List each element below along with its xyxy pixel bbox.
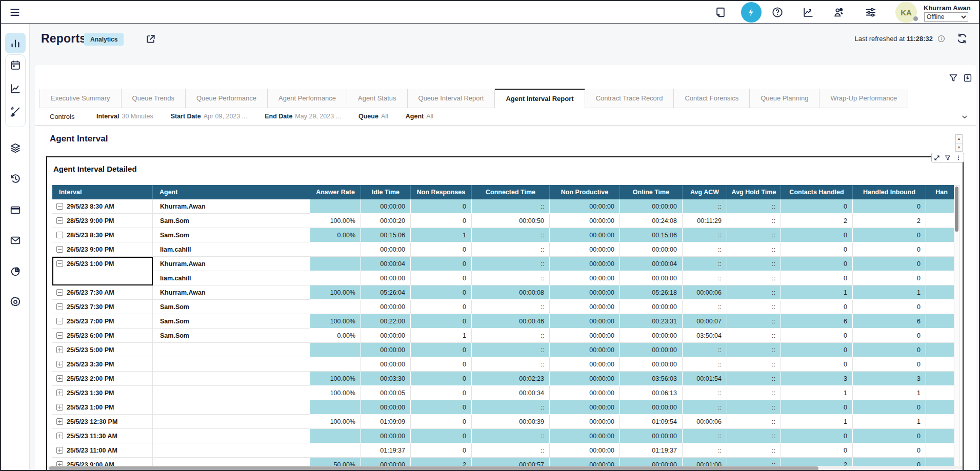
cell-connected-time[interactable]: 00:02:23 (472, 372, 550, 386)
panel-filter-icon[interactable] (945, 155, 951, 161)
cell-interval[interactable]: 26/5/23 7:30 AM (52, 285, 153, 300)
cell-interval[interactable]: 25/5/23 12:30 PM (52, 415, 153, 429)
cell-agent[interactable] (153, 386, 310, 400)
lightning-icon[interactable] (741, 2, 762, 23)
window-icon[interactable] (10, 204, 21, 216)
history-icon[interactable] (10, 173, 21, 185)
cell-answer-rate[interactable] (310, 257, 361, 271)
cell-interval[interactable]: 25/5/23 2:00 PM (52, 372, 153, 386)
cell-agent[interactable] (153, 429, 310, 443)
cell-avg-hold-time[interactable]: :: (727, 343, 781, 357)
expand-toggle-icon[interactable] (56, 447, 63, 454)
cell-avg-hold-time[interactable]: :: (727, 329, 781, 343)
cell-non-responses[interactable]: 0 (411, 242, 472, 257)
cell-contacts-handled[interactable]: 0 (781, 199, 853, 214)
cell-contacts-handled[interactable]: 0 (781, 271, 853, 285)
cell-handled-inbound[interactable]: 0 (853, 343, 926, 357)
cell-online-time[interactable]: 00:00:00 (620, 400, 683, 415)
cell-avg-acw[interactable]: 00:11:29 (683, 214, 727, 228)
column-header-han[interactable]: Han (926, 185, 957, 199)
cell-contacts-handled[interactable]: 2 (781, 214, 853, 228)
cell-avg-hold-time[interactable]: :: (727, 314, 781, 329)
cell-han[interactable] (926, 214, 957, 228)
cell-contacts-handled[interactable]: 0 (781, 242, 853, 257)
tab-executive-summary[interactable]: Executive Summary (39, 89, 122, 108)
column-header-non-responses[interactable]: Non Responses (411, 185, 472, 199)
cell-non-responses[interactable]: 0 (411, 271, 472, 285)
cell-avg-acw[interactable]: :: (683, 400, 727, 415)
cell-contacts-handled[interactable]: 0 (781, 300, 853, 314)
tab-queue-performance[interactable]: Queue Performance (186, 89, 268, 108)
notes-icon[interactable] (715, 7, 726, 18)
cell-connected-time[interactable]: 00:00:46 (472, 314, 550, 329)
collapse-toggle-icon[interactable] (56, 232, 63, 238)
column-header-agent[interactable]: Agent (153, 185, 310, 199)
tab-contact-forensics[interactable]: Contact Forensics (674, 89, 750, 108)
cell-non-productive[interactable]: 00:00:00 (550, 242, 620, 257)
cell-agent[interactable] (153, 443, 310, 458)
cell-interval[interactable]: 25/5/23 5:00 PM (52, 343, 153, 357)
cell-non-productive[interactable]: 00:00:00 (550, 199, 620, 214)
cell-avg-hold-time[interactable]: :: (727, 199, 781, 214)
cell-agent[interactable]: liam.cahill (153, 271, 310, 285)
cell-connected-time[interactable]: :: (472, 443, 550, 458)
tab-queue-planning[interactable]: Queue Planning (750, 89, 819, 108)
cell-avg-hold-time[interactable]: :: (727, 443, 781, 458)
cell-interval[interactable]: 26/5/23 1:00 PM (52, 257, 153, 271)
cell-connected-time[interactable]: :: (472, 199, 550, 214)
cell-idle-time[interactable]: 01:09:09 (361, 415, 411, 429)
info-icon[interactable] (937, 35, 945, 43)
cell-non-responses[interactable]: 0 (411, 257, 472, 271)
collapse-toggle-icon[interactable] (56, 332, 63, 339)
cell-han[interactable] (926, 400, 957, 415)
cell-handled-inbound[interactable]: 0 (853, 400, 926, 415)
cell-non-responses[interactable]: 0 (411, 386, 472, 400)
tab-agent-status[interactable]: Agent Status (347, 89, 407, 108)
cell-han[interactable] (926, 285, 957, 300)
cell-agent[interactable]: Sam.Som (153, 329, 310, 343)
cell-avg-acw[interactable]: :: (683, 357, 727, 372)
cell-idle-time[interactable]: 00:03:30 (361, 372, 411, 386)
cell-idle-time[interactable]: 00:00:00 (361, 400, 411, 415)
expand-toggle-icon[interactable] (56, 375, 63, 382)
cell-answer-rate[interactable] (310, 199, 361, 214)
cell-interval[interactable]: 28/5/23 9:00 PM (52, 214, 153, 228)
cell-answer-rate[interactable] (310, 343, 361, 357)
cell-contacts-handled[interactable]: 0 (781, 257, 853, 271)
cell-online-time[interactable]: 00:00:00 (620, 242, 683, 257)
cell-non-productive[interactable]: 00:00:00 (550, 214, 620, 228)
cell-avg-acw[interactable]: :: (683, 271, 727, 285)
cell-handled-inbound[interactable]: 0 (853, 242, 926, 257)
cell-avg-hold-time[interactable]: :: (727, 400, 781, 415)
cell-han[interactable] (926, 199, 957, 214)
cell-idle-time[interactable]: 00:00:20 (361, 214, 411, 228)
expand-toggle-icon[interactable] (56, 433, 63, 439)
cell-avg-acw[interactable]: 03:50:04 (683, 329, 727, 343)
cell-idle-time[interactable]: 00:00:00 (361, 199, 411, 214)
column-header-handled-inbound[interactable]: Handled Inbound (853, 185, 926, 199)
cell-contacts-handled[interactable]: 0 (781, 400, 853, 415)
cell-idle-time[interactable]: 00:00:00 (361, 357, 411, 372)
cell-online-time[interactable]: 03:56:03 (620, 372, 683, 386)
cell-non-responses[interactable]: 1 (411, 228, 472, 242)
cell-connected-time[interactable]: :: (472, 300, 550, 314)
status-select[interactable]: Offline (924, 12, 968, 22)
external-link-icon[interactable] (146, 34, 156, 44)
column-header-contacts-handled[interactable]: Contacts Handled (781, 185, 853, 199)
cell-contacts-handled[interactable]: 0 (781, 357, 853, 372)
cell-online-time[interactable]: 01:19:37 (620, 443, 683, 458)
cell-agent[interactable]: Sam.Som (153, 214, 310, 228)
calendar-icon[interactable] (10, 59, 21, 71)
cell-handled-inbound[interactable]: 0 (853, 228, 926, 242)
table-vertical-scrollbar[interactable] (954, 185, 959, 470)
cell-interval[interactable]: 26/5/23 9:00 PM (52, 242, 153, 257)
cell-answer-rate[interactable] (310, 300, 361, 314)
cell-connected-time[interactable]: :: (472, 271, 550, 285)
cell-non-productive[interactable]: 00:00:00 (550, 257, 620, 271)
cell-avg-acw[interactable]: :: (683, 228, 727, 242)
cell-contacts-handled[interactable]: 0 (781, 228, 853, 242)
cell-online-time[interactable]: 05:26:18 (620, 285, 683, 300)
cell-avg-acw[interactable]: :: (683, 257, 727, 271)
cell-agent[interactable]: liam.cahill (153, 242, 310, 257)
cell-han[interactable] (926, 429, 957, 443)
